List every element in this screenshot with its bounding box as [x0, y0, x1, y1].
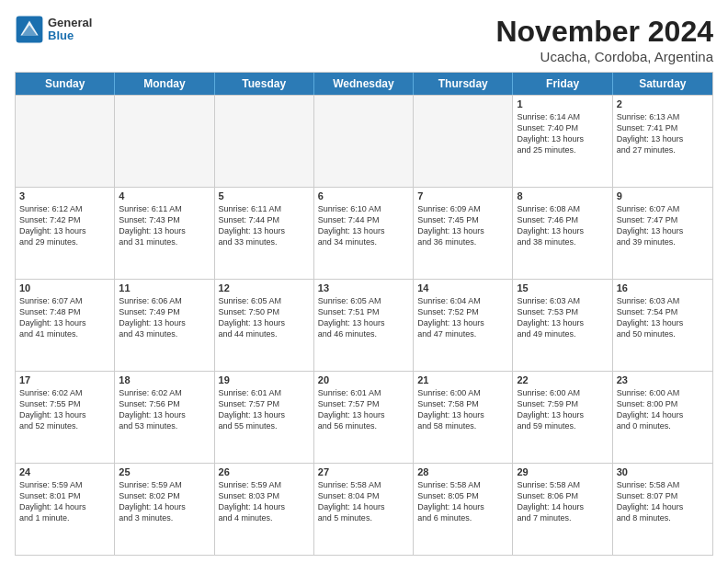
calendar-cell [115, 96, 214, 187]
title-block: November 2024 Ucacha, Cordoba, Argentina [495, 15, 713, 64]
day-info: Sunrise: 6:10 AM Sunset: 7:44 PM Dayligh… [318, 203, 409, 248]
weekday-header: Monday [115, 73, 214, 95]
day-info: Sunrise: 6:13 AM Sunset: 7:41 PM Dayligh… [617, 111, 709, 156]
calendar-cell [16, 96, 115, 187]
day-number: 3 [19, 190, 110, 201]
calendar-cell: 3Sunrise: 6:12 AM Sunset: 7:42 PM Daylig… [16, 188, 115, 279]
logo-icon [15, 15, 44, 44]
day-number: 15 [517, 282, 608, 293]
day-number: 16 [617, 282, 709, 293]
day-info: Sunrise: 6:02 AM Sunset: 7:56 PM Dayligh… [119, 387, 210, 432]
day-info: Sunrise: 6:00 AM Sunset: 8:00 PM Dayligh… [617, 387, 709, 432]
logo-general: General [48, 17, 92, 29]
day-number: 12 [219, 282, 310, 293]
day-info: Sunrise: 6:07 AM Sunset: 7:47 PM Dayligh… [617, 203, 709, 248]
calendar-cell: 27Sunrise: 5:58 AM Sunset: 8:04 PM Dayli… [314, 464, 414, 555]
day-number: 19 [219, 374, 310, 385]
day-number: 24 [19, 466, 110, 477]
location: Ucacha, Cordoba, Argentina [495, 49, 713, 64]
weekday-header: Tuesday [215, 73, 314, 95]
day-number: 2 [617, 98, 709, 109]
calendar-cell: 4Sunrise: 6:11 AM Sunset: 7:43 PM Daylig… [115, 188, 214, 279]
calendar-row: 10Sunrise: 6:07 AM Sunset: 7:48 PM Dayli… [16, 279, 712, 371]
day-info: Sunrise: 6:11 AM Sunset: 7:44 PM Dayligh… [219, 203, 310, 248]
day-number: 6 [318, 190, 409, 201]
weekday-header: Thursday [414, 73, 513, 95]
calendar-cell: 6Sunrise: 6:10 AM Sunset: 7:44 PM Daylig… [314, 188, 414, 279]
day-info: Sunrise: 6:03 AM Sunset: 7:53 PM Dayligh… [517, 295, 608, 340]
day-info: Sunrise: 5:59 AM Sunset: 8:03 PM Dayligh… [219, 479, 310, 524]
day-number: 18 [119, 374, 210, 385]
calendar-cell: 2Sunrise: 6:13 AM Sunset: 7:41 PM Daylig… [613, 96, 712, 187]
day-number: 22 [517, 374, 608, 385]
calendar-cell: 21Sunrise: 6:00 AM Sunset: 7:58 PM Dayli… [414, 372, 513, 463]
calendar-cell: 12Sunrise: 6:05 AM Sunset: 7:50 PM Dayli… [215, 280, 314, 371]
weekday-header: Wednesday [314, 73, 414, 95]
day-number: 1 [517, 98, 608, 109]
calendar-cell: 5Sunrise: 6:11 AM Sunset: 7:44 PM Daylig… [215, 188, 314, 279]
day-info: Sunrise: 6:11 AM Sunset: 7:43 PM Dayligh… [119, 203, 210, 248]
header: General Blue November 2024 Ucacha, Cordo… [15, 15, 713, 64]
calendar-cell [314, 96, 414, 187]
calendar-body: 1Sunrise: 6:14 AM Sunset: 7:40 PM Daylig… [16, 95, 712, 555]
calendar-cell: 7Sunrise: 6:09 AM Sunset: 7:45 PM Daylig… [414, 188, 513, 279]
day-info: Sunrise: 6:04 AM Sunset: 7:52 PM Dayligh… [417, 295, 508, 340]
day-number: 13 [318, 282, 409, 293]
day-info: Sunrise: 6:02 AM Sunset: 7:55 PM Dayligh… [19, 387, 110, 432]
calendar-row: 24Sunrise: 5:59 AM Sunset: 8:01 PM Dayli… [16, 463, 712, 555]
calendar-cell: 23Sunrise: 6:00 AM Sunset: 8:00 PM Dayli… [613, 372, 712, 463]
day-number: 14 [417, 282, 508, 293]
day-info: Sunrise: 6:09 AM Sunset: 7:45 PM Dayligh… [417, 203, 508, 248]
calendar-cell: 28Sunrise: 5:58 AM Sunset: 8:05 PM Dayli… [414, 464, 513, 555]
calendar-row: 1Sunrise: 6:14 AM Sunset: 7:40 PM Daylig… [16, 95, 712, 187]
day-info: Sunrise: 6:05 AM Sunset: 7:50 PM Dayligh… [219, 295, 310, 340]
day-number: 4 [119, 190, 210, 201]
calendar-cell: 24Sunrise: 5:59 AM Sunset: 8:01 PM Dayli… [16, 464, 115, 555]
calendar-row: 3Sunrise: 6:12 AM Sunset: 7:42 PM Daylig… [16, 187, 712, 279]
calendar-cell: 15Sunrise: 6:03 AM Sunset: 7:53 PM Dayli… [513, 280, 612, 371]
day-number: 7 [417, 190, 508, 201]
day-number: 10 [19, 282, 110, 293]
day-info: Sunrise: 6:00 AM Sunset: 7:59 PM Dayligh… [517, 387, 608, 432]
day-number: 28 [417, 466, 508, 477]
day-info: Sunrise: 6:01 AM Sunset: 7:57 PM Dayligh… [219, 387, 310, 432]
calendar-cell: 19Sunrise: 6:01 AM Sunset: 7:57 PM Dayli… [215, 372, 314, 463]
weekday-header: Friday [513, 73, 612, 95]
day-number: 11 [119, 282, 210, 293]
weekday-header: Sunday [16, 73, 115, 95]
day-info: Sunrise: 6:05 AM Sunset: 7:51 PM Dayligh… [318, 295, 409, 340]
calendar-row: 17Sunrise: 6:02 AM Sunset: 7:55 PM Dayli… [16, 371, 712, 463]
day-info: Sunrise: 5:58 AM Sunset: 8:07 PM Dayligh… [617, 479, 709, 524]
day-number: 17 [19, 374, 110, 385]
calendar-cell: 14Sunrise: 6:04 AM Sunset: 7:52 PM Dayli… [414, 280, 513, 371]
calendar-cell: 1Sunrise: 6:14 AM Sunset: 7:40 PM Daylig… [513, 96, 612, 187]
calendar-cell [215, 96, 314, 187]
day-number: 25 [119, 466, 210, 477]
calendar-cell: 30Sunrise: 5:58 AM Sunset: 8:07 PM Dayli… [613, 464, 712, 555]
calendar-cell: 11Sunrise: 6:06 AM Sunset: 7:49 PM Dayli… [115, 280, 214, 371]
day-info: Sunrise: 6:01 AM Sunset: 7:57 PM Dayligh… [318, 387, 409, 432]
day-number: 9 [617, 190, 709, 201]
day-number: 20 [318, 374, 409, 385]
day-number: 8 [517, 190, 608, 201]
day-number: 21 [417, 374, 508, 385]
day-info: Sunrise: 5:58 AM Sunset: 8:05 PM Dayligh… [417, 479, 508, 524]
calendar-cell: 20Sunrise: 6:01 AM Sunset: 7:57 PM Dayli… [314, 372, 414, 463]
calendar-cell: 26Sunrise: 5:59 AM Sunset: 8:03 PM Dayli… [215, 464, 314, 555]
logo-text: General Blue [48, 17, 92, 43]
calendar-cell: 8Sunrise: 6:08 AM Sunset: 7:46 PM Daylig… [513, 188, 612, 279]
calendar-cell: 13Sunrise: 6:05 AM Sunset: 7:51 PM Dayli… [314, 280, 414, 371]
calendar-cell [414, 96, 513, 187]
logo: General Blue [15, 15, 92, 44]
calendar-cell: 29Sunrise: 5:58 AM Sunset: 8:06 PM Dayli… [513, 464, 612, 555]
calendar-header: SundayMondayTuesdayWednesdayThursdayFrid… [16, 73, 712, 95]
weekday-header: Saturday [613, 73, 712, 95]
day-info: Sunrise: 5:59 AM Sunset: 8:02 PM Dayligh… [119, 479, 210, 524]
calendar-cell: 25Sunrise: 5:59 AM Sunset: 8:02 PM Dayli… [115, 464, 214, 555]
day-info: Sunrise: 6:07 AM Sunset: 7:48 PM Dayligh… [19, 295, 110, 340]
logo-blue: Blue [48, 29, 92, 42]
month-title: November 2024 [495, 15, 713, 49]
day-number: 27 [318, 466, 409, 477]
calendar-cell: 18Sunrise: 6:02 AM Sunset: 7:56 PM Dayli… [115, 372, 214, 463]
calendar-cell: 22Sunrise: 6:00 AM Sunset: 7:59 PM Dayli… [513, 372, 612, 463]
